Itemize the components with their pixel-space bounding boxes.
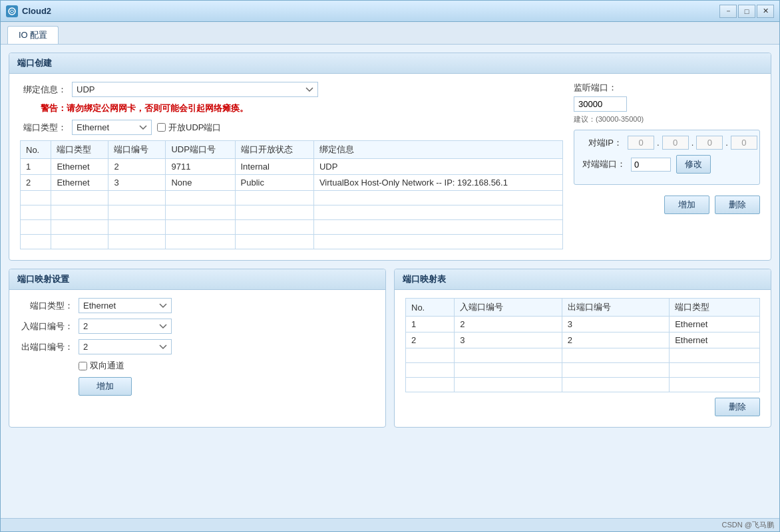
remote-ip-row: 对端IP： . . . bbox=[582, 136, 751, 150]
map-col-type: 端口类型 bbox=[670, 299, 760, 317]
window-controls: － □ ✕ bbox=[719, 5, 774, 18]
ip-inputs: . . . bbox=[628, 136, 757, 150]
port-mapping-table-header: 端口映射表 bbox=[395, 269, 771, 290]
main-window: Cloud2 － □ ✕ IO 配置 端口创建 绑定信息： bbox=[0, 0, 780, 532]
maximize-button[interactable]: □ bbox=[738, 5, 755, 18]
col-number: 端口编号 bbox=[108, 141, 166, 159]
modify-button[interactable]: 修改 bbox=[676, 155, 711, 174]
open-udp-checkbox-label[interactable]: 开放UDP端口 bbox=[157, 122, 221, 134]
out-port-label: 出端口编号： bbox=[20, 341, 73, 353]
table-row[interactable]: 1 2 3 Ethernet bbox=[406, 317, 760, 332]
map-col-in: 入端口编号 bbox=[455, 299, 562, 317]
action-buttons: 增加 删除 bbox=[574, 196, 760, 214]
table-row[interactable]: 2 3 2 Ethernet bbox=[406, 332, 760, 348]
port-mapping-table: No. 入端口编号 出端口编号 端口类型 1 2 3 Ethernet 2 3 … bbox=[405, 298, 760, 392]
col-binding: 绑定信息 bbox=[313, 141, 562, 159]
table-row-empty bbox=[21, 191, 563, 205]
open-udp-checkbox[interactable] bbox=[157, 123, 166, 132]
bidirectional-row: 双向通道 bbox=[20, 360, 375, 372]
out-port-row: 出端口编号： 2 3 bbox=[20, 339, 375, 354]
out-port-select[interactable]: 2 3 bbox=[79, 339, 172, 354]
listen-port-input[interactable] bbox=[574, 96, 627, 112]
port-type-row: 端口类型： Ethernet Serial 开放UDP端口 bbox=[20, 120, 563, 135]
col-type: 端口类型 bbox=[51, 141, 108, 159]
warning-label: 警告： bbox=[20, 102, 67, 114]
col-no: No. bbox=[21, 141, 51, 159]
in-port-row: 入端口编号： 2 3 bbox=[20, 319, 375, 334]
binding-info-select[interactable]: UDP TCP bbox=[72, 82, 318, 97]
cell-udp: None bbox=[166, 175, 235, 191]
in-port-label: 入端口编号： bbox=[20, 321, 73, 332]
ip-part-4[interactable] bbox=[731, 136, 757, 150]
cell-no: 2 bbox=[21, 175, 51, 191]
map-cell-in: 3 bbox=[455, 332, 562, 348]
cell-type: Ethernet bbox=[51, 159, 108, 175]
svg-point-0 bbox=[9, 8, 15, 15]
map-cell-type: Ethernet bbox=[670, 317, 760, 332]
delete-mapping-button[interactable]: 删除 bbox=[715, 398, 760, 416]
add-mapping-button[interactable]: 增加 bbox=[79, 377, 132, 396]
bidirectional-checkbox[interactable] bbox=[79, 362, 87, 370]
remote-port-input[interactable] bbox=[631, 158, 671, 172]
window-title: Cloud2 bbox=[22, 6, 719, 16]
map-port-type-select[interactable]: Ethernet Serial bbox=[79, 298, 172, 313]
map-cell-out: 2 bbox=[562, 332, 669, 348]
map-col-no: No. bbox=[406, 299, 455, 317]
map-cell-in: 2 bbox=[455, 317, 562, 332]
port-mapping-settings-title: 端口映射设置 bbox=[17, 274, 69, 284]
binding-info-label: 绑定信息： bbox=[20, 84, 67, 96]
close-button[interactable]: ✕ bbox=[757, 5, 774, 18]
add-port-button[interactable]: 增加 bbox=[664, 196, 709, 214]
remote-port-row: 对端端口： 修改 bbox=[582, 155, 751, 174]
map-cell-no: 2 bbox=[406, 332, 455, 348]
status-bar: CSDN @飞马鹏 bbox=[1, 518, 779, 531]
bidirectional-label: 双向通道 bbox=[90, 360, 124, 372]
tab-io-config[interactable]: IO 配置 bbox=[7, 26, 59, 44]
port-creation-section: 端口创建 绑定信息： UDP TCP 警告： 请勿绑定公网网 bbox=[9, 53, 771, 261]
remote-port-label: 对端端口： bbox=[582, 158, 626, 170]
status-text: CSDN @飞马鹏 bbox=[722, 521, 774, 529]
table-row-empty bbox=[406, 363, 760, 378]
col-udp: UDP端口号 bbox=[166, 141, 235, 159]
ip-part-2[interactable] bbox=[662, 136, 689, 150]
map-cell-type: Ethernet bbox=[670, 332, 760, 348]
bidirectional-checkbox-label[interactable]: 双向通道 bbox=[79, 360, 124, 372]
map-cell-no: 1 bbox=[406, 317, 455, 332]
cell-binding: UDP bbox=[313, 159, 562, 175]
cell-udp: 9711 bbox=[166, 159, 235, 175]
cell-number: 2 bbox=[108, 159, 166, 175]
ip-part-3[interactable] bbox=[696, 136, 723, 150]
table-row[interactable]: 2 Ethernet 3 None Public VirtualBox Host… bbox=[21, 175, 563, 191]
cell-binding: VirtualBox Host-Only Network -- IP: 192.… bbox=[313, 175, 562, 191]
binding-info-row: 绑定信息： UDP TCP bbox=[20, 82, 563, 97]
port-mapping-settings-header: 端口映射设置 bbox=[9, 269, 385, 290]
cell-status: Public bbox=[235, 175, 313, 191]
map-port-type-label: 端口类型： bbox=[20, 300, 73, 312]
port-type-label: 端口类型： bbox=[20, 122, 67, 134]
remote-section: 对端IP： . . . 对端 bbox=[574, 130, 760, 185]
warning-text: 请勿绑定公网网卡，否则可能会引起网络瘫痪。 bbox=[67, 102, 248, 114]
delete-port-button[interactable]: 删除 bbox=[715, 196, 760, 214]
port-mapping-table-title: 端口映射表 bbox=[403, 274, 446, 284]
map-add-button-container: 增加 bbox=[79, 377, 375, 396]
port-mapping-settings-section: 端口映射设置 端口类型： Ethernet Serial 入端口编号： 2 3 bbox=[9, 269, 386, 428]
table-row-empty bbox=[406, 378, 760, 392]
bottom-layout: 端口映射设置 端口类型： Ethernet Serial 入端口编号： 2 3 bbox=[9, 269, 771, 436]
open-udp-label: 开放UDP端口 bbox=[168, 122, 221, 134]
map-delete-button-container: 删除 bbox=[405, 398, 760, 416]
table-row-empty bbox=[21, 235, 563, 249]
remote-ip-label: 对端IP： bbox=[582, 137, 622, 149]
port-type-select[interactable]: Ethernet Serial bbox=[72, 120, 152, 135]
map-col-out: 出端口编号 bbox=[562, 299, 669, 317]
port-creation-layout: 绑定信息： UDP TCP 警告： 请勿绑定公网网卡，否则可能会引起网络瘫痪。 … bbox=[20, 82, 760, 249]
tab-bar: IO 配置 bbox=[1, 22, 779, 45]
ip-part-1[interactable] bbox=[628, 136, 654, 150]
title-bar: Cloud2 － □ ✕ bbox=[1, 1, 779, 22]
map-port-type-row: 端口类型： Ethernet Serial bbox=[20, 298, 375, 313]
listen-port-hint: 建议：(30000-35000) bbox=[574, 114, 644, 124]
listen-port-label: 监听端口： bbox=[574, 82, 644, 94]
minimize-button[interactable]: － bbox=[719, 5, 737, 18]
table-row[interactable]: 1 Ethernet 2 9711 Internal UDP bbox=[21, 159, 563, 175]
app-icon bbox=[6, 5, 18, 17]
in-port-select[interactable]: 2 3 bbox=[79, 319, 172, 334]
